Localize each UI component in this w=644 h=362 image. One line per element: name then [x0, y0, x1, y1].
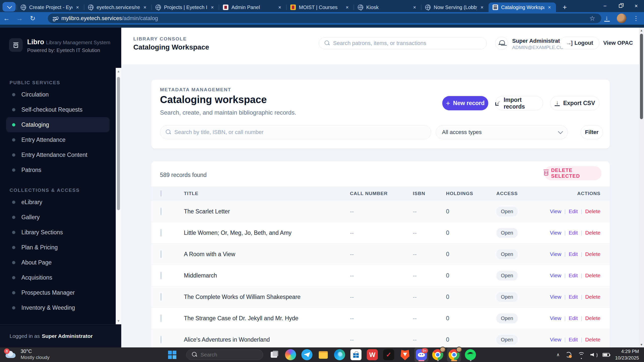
sidebar-item[interactable]: Prospectus Manager — [6, 285, 110, 300]
tab-close-icon[interactable]: × — [209, 5, 215, 10]
global-search-input[interactable] — [333, 40, 467, 47]
view-link[interactable]: View — [550, 315, 561, 321]
delete-link[interactable]: Delete — [585, 315, 600, 321]
delete-selected-button[interactable]: DELETE SELECTED — [544, 166, 601, 180]
row-checkbox[interactable] — [160, 229, 162, 237]
browser-tab[interactable]: Now Serving (Lobby) × — [421, 3, 489, 12]
scroll-up-arrow[interactable]: ▲ — [116, 69, 121, 73]
catalog-search-input[interactable] — [174, 129, 391, 135]
view-link[interactable]: View — [550, 230, 561, 236]
tab-close-icon[interactable]: × — [277, 5, 283, 10]
filter-button[interactable]: Filter — [581, 125, 603, 139]
scroll-down-arrow[interactable]: ▼ — [639, 343, 644, 346]
sidebar-item[interactable]: Acquisitions — [6, 270, 110, 285]
bookmark-star-icon[interactable]: ☆ — [589, 15, 595, 22]
browser-tab[interactable]: eyetech.services/reli × — [84, 3, 151, 12]
taskbar-app-button[interactable] — [447, 348, 461, 362]
view-link[interactable]: View — [550, 251, 561, 257]
logout-button[interactable]: →] Logout — [560, 37, 599, 49]
scroll-up-arrow[interactable]: ▲ — [639, 29, 644, 32]
taskbar-app-button[interactable] — [398, 348, 412, 362]
update-sync-icon[interactable] — [565, 351, 572, 358]
row-checkbox[interactable] — [160, 314, 162, 322]
minimize-button[interactable]: − — [597, 0, 613, 12]
sidebar-item[interactable]: About Page — [6, 255, 110, 270]
delete-link[interactable]: Delete — [585, 208, 600, 214]
downloads-icon[interactable] — [604, 15, 610, 22]
taskbar-app-button[interactable] — [431, 348, 445, 362]
edit-link[interactable]: Edit — [569, 315, 578, 321]
taskbar-search-input[interactable] — [200, 352, 251, 358]
sidebar-item[interactable]: Entry Attendance Content — [6, 147, 110, 162]
tab-search-button[interactable] — [3, 2, 16, 12]
sidebar-item[interactable]: Library Sections — [6, 225, 110, 240]
row-checkbox[interactable] — [160, 272, 162, 279]
select-all-checkbox[interactable] — [160, 190, 162, 197]
taskbar-app-button[interactable] — [316, 348, 330, 362]
weather-widget[interactable]: 8 30°C Mostly cloudy — [5, 348, 50, 360]
tab-close-icon[interactable]: × — [546, 5, 552, 10]
notifications-button[interactable] — [495, 37, 508, 50]
browser-menu-icon[interactable]: ⋮ — [633, 15, 639, 22]
site-settings-icon[interactable] — [53, 17, 58, 20]
taskbar-app-button[interactable] — [267, 348, 281, 362]
clock[interactable]: 4:29 PM 10/23/2025 — [615, 348, 639, 361]
view-link[interactable]: View — [550, 294, 561, 300]
wifi-icon[interactable] — [577, 352, 585, 358]
sidebar-item[interactable]: Circulation — [6, 87, 110, 102]
view-opac-link[interactable]: View OPAC — [603, 40, 633, 46]
sidebar-item[interactable]: Cataloging — [6, 117, 110, 132]
access-type-select[interactable]: All access types — [436, 125, 568, 139]
forward-button[interactable]: → — [13, 15, 26, 22]
address-bar[interactable]: mylibro.eyetech.services/admin/catalog ☆ — [48, 14, 601, 23]
sidebar-item[interactable]: Patrons — [6, 162, 110, 177]
row-checkbox[interactable] — [160, 293, 162, 301]
back-button[interactable]: ← — [0, 15, 13, 22]
browser-tab[interactable]: Admin Panel × — [219, 3, 286, 12]
sidebar-item[interactable]: Plan & Pricing — [6, 240, 110, 255]
taskbar-app-button[interactable]: W — [365, 348, 379, 362]
delete-link[interactable]: Delete — [585, 230, 600, 236]
sidebar-scrollbar[interactable]: ▲ ▼ — [116, 68, 121, 324]
browser-tab[interactable]: MOIST | Courses × — [286, 3, 354, 12]
view-link[interactable]: View — [550, 273, 561, 279]
battery-icon[interactable] — [602, 353, 610, 357]
browser-profile-avatar[interactable] — [617, 14, 626, 23]
delete-link[interactable]: Delete — [585, 294, 600, 300]
tab-close-icon[interactable]: × — [344, 5, 350, 10]
edit-link[interactable]: Edit — [569, 294, 578, 300]
reload-button[interactable]: ↻ — [26, 15, 39, 22]
close-window-button[interactable]: × — [628, 0, 644, 12]
new-record-button[interactable]: + New record — [442, 96, 488, 110]
taskbar-app-button[interactable]: ✓ — [382, 348, 396, 362]
browser-tab[interactable]: Kiosk × — [354, 3, 421, 12]
delete-link[interactable]: Delete — [585, 251, 600, 257]
sidebar-item[interactable]: Entry Attendance — [6, 132, 110, 147]
taskbar-app-button[interactable] — [300, 348, 314, 362]
scroll-down-arrow[interactable]: ▼ — [116, 319, 121, 323]
tab-close-icon[interactable]: × — [142, 5, 148, 10]
tab-close-icon[interactable]: × — [479, 5, 485, 10]
browser-tab[interactable]: Projects | Eyetech IT × — [151, 3, 219, 12]
edit-link[interactable]: Edit — [569, 208, 578, 214]
browser-tab[interactable]: Cataloging Workspa × — [489, 3, 556, 12]
import-records-button[interactable]: Import records — [495, 96, 543, 110]
view-link[interactable]: View — [550, 208, 561, 214]
tab-close-icon[interactable]: × — [412, 5, 418, 10]
sidebar-item[interactable]: eLibrary — [6, 195, 110, 210]
global-search[interactable] — [319, 37, 487, 49]
view-link[interactable]: View — [550, 337, 561, 343]
taskbar-app-button[interactable] — [349, 348, 363, 362]
maximize-button[interactable] — [613, 0, 628, 12]
start-button[interactable] — [168, 351, 177, 359]
tab-close-icon[interactable]: × — [74, 5, 80, 10]
edit-link[interactable]: Edit — [569, 273, 578, 279]
taskbar-app-button[interactable]: 9+ — [414, 348, 428, 362]
edit-link[interactable]: Edit — [569, 337, 578, 343]
row-checkbox[interactable] — [160, 336, 162, 343]
edit-link[interactable]: Edit — [569, 230, 578, 236]
export-csv-button[interactable]: Export CSV — [550, 96, 599, 110]
edit-link[interactable]: Edit — [569, 251, 578, 257]
browser-tab[interactable]: Create Project - Eyet × — [17, 3, 84, 12]
delete-link[interactable]: Delete — [585, 273, 600, 279]
